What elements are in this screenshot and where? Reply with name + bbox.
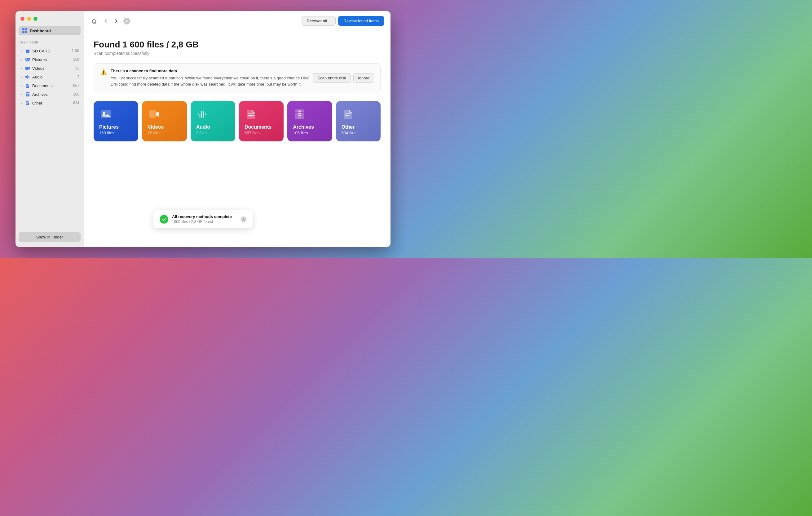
pictures-name: Pictures: [32, 57, 68, 62]
svg-rect-5: [25, 58, 30, 61]
sidebar-item-archives[interactable]: › Archives 106: [16, 90, 84, 99]
category-card-archives[interactable]: Archives 106 files: [287, 101, 332, 141]
toast-close-button[interactable]: ×: [241, 216, 246, 222]
status-check-icon: [123, 18, 130, 25]
sidebar-footer: Show in Finder: [16, 227, 84, 247]
review-found-items-button[interactable]: Review found items: [338, 16, 384, 26]
maximize-button[interactable]: [33, 17, 37, 21]
warning-text: You just successfully scanned a partitio…: [111, 75, 309, 87]
svg-rect-30: [298, 115, 301, 116]
videos-icon: [25, 65, 30, 71]
archives-name: Archives: [32, 92, 68, 97]
dashboard-icon: [22, 28, 27, 33]
warning-box: ⚠️ There's a chance to find more data Yo…: [94, 63, 381, 92]
sidebar-item-sd-card[interactable]: › SD CARD 1,6K: [16, 47, 84, 55]
audio-card-icon: [196, 107, 210, 121]
chevron-icon: ›: [20, 49, 23, 52]
chevron-icon: ›: [20, 84, 23, 87]
documents-card-icon: [244, 107, 258, 121]
chevron-icon: ›: [20, 75, 23, 78]
chevron-icon: ›: [20, 67, 23, 70]
audio-count: 2: [70, 75, 79, 79]
app-window: Dashboard Scan results › SD CARD 1,6K ›: [16, 11, 390, 247]
svg-rect-29: [298, 113, 301, 114]
main-content: Recover all... Review found items Found …: [84, 11, 390, 247]
scan-results-heading: Scan results: [16, 40, 84, 47]
pictures-card-count: 169 files: [99, 131, 114, 135]
svg-rect-16: [27, 95, 28, 96]
audio-card-name: Audio: [196, 124, 210, 130]
warning-actions: Scan entire disk Ignore: [313, 73, 374, 83]
svg-rect-7: [25, 67, 29, 70]
toolbar: Recover all... Review found items: [84, 11, 390, 31]
videos-name: Videos: [32, 66, 68, 71]
other-card-name: Other: [342, 124, 355, 130]
sd-card-name: SD CARD: [32, 49, 68, 53]
chevron-icon: ›: [20, 101, 23, 105]
svg-rect-3: [27, 49, 27, 50]
videos-count: 22: [70, 66, 79, 71]
svg-rect-28: [298, 111, 301, 112]
toast-container: All recovery methods complete 1600 files…: [153, 210, 253, 228]
toast-content: All recovery methods complete 1600 files…: [172, 214, 237, 224]
archives-card-icon: [293, 107, 307, 121]
category-grid: Pictures 169 files Videos 22 files: [94, 101, 381, 141]
sd-card-count: 1,6K: [70, 49, 79, 53]
ignore-button[interactable]: Ignore: [353, 73, 374, 83]
close-button[interactable]: [21, 17, 25, 21]
forward-button[interactable]: [112, 17, 121, 25]
traffic-lights: [21, 17, 37, 21]
home-button[interactable]: [90, 17, 98, 25]
archives-card-count: 106 files: [293, 131, 308, 135]
category-card-other[interactable]: Other 634 files: [336, 101, 381, 141]
audio-card-count: 2 files: [196, 131, 207, 135]
category-card-pictures[interactable]: Pictures 169 files: [94, 101, 138, 141]
back-button[interactable]: [101, 17, 110, 25]
svg-rect-1: [29, 50, 29, 53]
pictures-icon: [25, 57, 30, 62]
sidebar-item-audio[interactable]: › Audio 2: [16, 73, 84, 81]
recover-all-button[interactable]: Recover all...: [301, 16, 336, 26]
warning-icon: ⚠️: [100, 69, 107, 76]
videos-card-count: 22 files: [147, 131, 160, 135]
pictures-card-icon: [99, 107, 113, 121]
warning-title: There's a chance to find more data: [111, 69, 309, 73]
documents-name: Documents: [32, 83, 68, 88]
category-card-audio[interactable]: Audio 2 files: [191, 101, 235, 141]
videos-card-icon: [147, 107, 161, 121]
toast-subtitle: 1600 files / 2,8 GB found: [172, 220, 237, 224]
other-name: Other: [32, 101, 68, 105]
toast-check-icon: [160, 215, 168, 224]
other-card-icon: [342, 107, 355, 121]
sidebar-item-pictures[interactable]: › Pictures 169: [16, 55, 84, 64]
chevron-icon: ›: [20, 58, 23, 61]
toast-title: All recovery methods complete: [172, 214, 237, 219]
other-count: 634: [70, 101, 79, 105]
other-card-count: 634 files: [342, 131, 356, 135]
svg-rect-14: [27, 93, 28, 93]
svg-rect-4: [27, 49, 28, 50]
sidebar-item-dashboard[interactable]: Dashboard: [19, 26, 81, 35]
pictures-count: 169: [70, 57, 79, 62]
archives-count: 106: [70, 92, 79, 97]
svg-rect-15: [27, 94, 28, 94]
sidebar-item-videos[interactable]: › Videos 22: [16, 64, 84, 73]
toast: All recovery methods complete 1600 files…: [153, 210, 253, 228]
documents-card-name: Documents: [244, 124, 271, 130]
show-in-finder-button[interactable]: Show in Finder: [19, 232, 81, 242]
videos-card-name: Videos: [147, 124, 164, 130]
svg-rect-21: [149, 110, 156, 118]
sidebar-item-documents[interactable]: › Documents 667: [16, 81, 84, 90]
minimize-button[interactable]: [27, 17, 31, 21]
documents-icon: [25, 83, 30, 88]
category-card-videos[interactable]: Videos 22 files: [142, 101, 186, 141]
chevron-icon: ›: [20, 93, 23, 96]
documents-count: 667: [70, 83, 79, 88]
sidebar-item-other[interactable]: › Other 634: [16, 99, 84, 107]
scan-entire-disk-button[interactable]: Scan entire disk: [313, 73, 351, 83]
page-subtitle: Scan completed successfully: [94, 51, 381, 56]
dashboard-label: Dashboard: [30, 29, 51, 33]
svg-rect-19: [101, 110, 111, 118]
category-card-documents[interactable]: Documents 667 files: [239, 101, 284, 141]
pictures-card-name: Pictures: [99, 124, 119, 130]
